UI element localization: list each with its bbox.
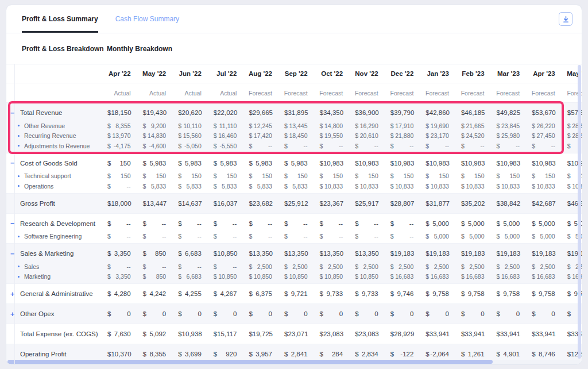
value: 16,683 xyxy=(537,273,555,280)
currency-symbol: $ xyxy=(532,183,535,190)
currency-symbol: $ xyxy=(567,273,571,280)
value: 10,833 xyxy=(501,183,520,190)
value: -- xyxy=(198,263,202,270)
value-cell: $-- xyxy=(316,143,351,149)
value: -- xyxy=(233,263,237,270)
expand-icon[interactable]: + xyxy=(10,290,17,298)
value: -- xyxy=(516,143,520,149)
value: 14,637 xyxy=(182,200,202,207)
value-cell: $10,833 xyxy=(457,183,493,190)
value: -- xyxy=(481,143,485,149)
value: 14,830 xyxy=(148,132,166,139)
value-cell: $24,520 xyxy=(457,132,493,139)
currency-symbol: $ xyxy=(355,132,358,139)
value-cell: $150 xyxy=(139,172,175,179)
value: -- xyxy=(162,220,167,227)
value: 2,500 xyxy=(363,263,378,270)
currency-symbol: $ xyxy=(284,172,288,179)
currency-symbol: $ xyxy=(178,273,181,280)
collapse-icon[interactable]: − xyxy=(10,159,17,167)
row-label-cell: Other Revenue xyxy=(6,121,103,131)
value-cell: $20,620 xyxy=(174,109,210,116)
value: 5,000 xyxy=(432,220,449,227)
value-cell: $-- xyxy=(493,143,528,149)
currency-symbol: $ xyxy=(107,250,111,257)
currency-symbol: $ xyxy=(284,220,288,227)
currency-symbol: $ xyxy=(532,273,535,280)
value-cell: $0 xyxy=(103,310,139,317)
horizontal-scrollbar-track[interactable] xyxy=(7,360,581,364)
value-cell: $10,833 xyxy=(386,183,422,190)
horizontal-scrollbar-thumb[interactable] xyxy=(7,360,493,364)
value: 150 xyxy=(510,172,520,179)
value-cell: $14,800 xyxy=(316,122,351,129)
currency-symbol: $ xyxy=(355,263,358,270)
value-cell: $23,083 xyxy=(351,330,386,337)
value-cell: $16,683 xyxy=(457,273,493,280)
collapse-icon[interactable]: − xyxy=(10,109,17,117)
value-cell: $20,610 xyxy=(351,132,386,139)
collapse-icon[interactable]: − xyxy=(10,220,17,227)
column-header-6: Oct '22 xyxy=(316,70,351,77)
value-cell: $10,833 xyxy=(316,183,351,190)
currency-symbol: $ xyxy=(107,172,111,179)
value: 9,733 xyxy=(326,290,343,297)
value-cell: $10,983 xyxy=(316,160,351,167)
value-cell: $39,790 xyxy=(386,109,422,116)
report-card: Profit & Loss Summary Cash Flow Summary … xyxy=(6,5,582,365)
value-cell: $8,746 xyxy=(528,351,563,358)
value-cell: $5,000 xyxy=(528,233,563,240)
currency-symbol: $ xyxy=(214,172,217,179)
value-cell: $23,682 xyxy=(245,200,280,207)
value: 23,367 xyxy=(323,200,343,207)
value: 25,917 xyxy=(359,200,379,207)
value: 23,071 xyxy=(288,330,308,337)
value: 2,500 xyxy=(505,263,520,270)
currency-symbol: $ xyxy=(532,172,535,179)
tab-profit-loss-summary[interactable]: Profit & Loss Summary xyxy=(22,5,98,33)
value: -- xyxy=(127,183,131,190)
value: 5,000 xyxy=(540,233,555,240)
value: 150 xyxy=(262,172,272,179)
value: 19,183 xyxy=(500,250,520,257)
value-cell: $5,833 xyxy=(139,183,175,190)
column-type-4: Forecast xyxy=(245,90,280,97)
value: 10,833 xyxy=(360,183,378,190)
value: 20,610 xyxy=(360,132,378,139)
value-cell: $9,746 xyxy=(386,290,422,297)
currency-symbol: $ xyxy=(355,172,358,179)
download-button[interactable] xyxy=(559,12,572,26)
value-cell: $-- xyxy=(280,220,316,227)
value: 0 xyxy=(481,310,484,317)
value: 150 xyxy=(333,172,343,179)
value-cell: $15,560 xyxy=(174,132,210,139)
currency-symbol: $ xyxy=(320,351,323,358)
value-cell: $34,350 xyxy=(316,109,351,116)
currency-symbol: $ xyxy=(143,290,146,297)
value: 5,833 xyxy=(222,183,237,190)
tab-cash-flow-summary[interactable]: Cash Flow Summary xyxy=(115,5,179,33)
currency-symbol: $ xyxy=(107,273,111,280)
tab-bar: Profit & Loss Summary Cash Flow Summary xyxy=(6,5,582,33)
currency-symbol: $ xyxy=(390,233,394,240)
value: 14,800 xyxy=(324,122,343,129)
value-cell: $38,842 xyxy=(493,200,528,207)
row-label-cell: −Cost of Goods Sold xyxy=(6,155,103,171)
value: 5,833 xyxy=(187,183,202,190)
value-cell: $5,833 xyxy=(245,183,280,190)
row-label-cell: +General & Administrative xyxy=(6,286,103,302)
collapse-icon[interactable]: − xyxy=(10,250,17,257)
vertical-scrollbar-thumb[interactable] xyxy=(578,65,581,359)
value: 19,690 xyxy=(431,122,449,129)
currency-symbol: $ xyxy=(178,132,181,139)
currency-symbol: $ xyxy=(143,263,146,270)
currency-symbol: $ xyxy=(461,143,465,149)
breakdown-header-row: Profit & Loss Breakdown Monthly Breakdow… xyxy=(6,33,582,64)
value-cell: $25,912 xyxy=(280,200,316,207)
value: 9,758 xyxy=(503,290,520,297)
value: 10,833 xyxy=(324,183,343,190)
value-cell: $5,000 xyxy=(528,220,563,227)
row-label: Research & Development xyxy=(6,220,95,227)
expand-icon[interactable]: + xyxy=(10,310,17,318)
section-general-administrative: +General & Administrative$4,280$4,242$4,… xyxy=(6,284,582,304)
